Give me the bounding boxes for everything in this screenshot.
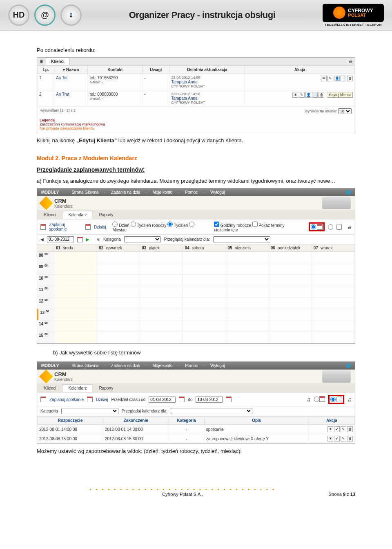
table-row[interactable]: 2 An Trat tel.: 000000000e-mail: - - 23-… [38,90,355,107]
calendar-cell[interactable] [312,332,355,343]
table-row[interactable]: 1 An Tat tel.: 791656290e-mail: - - 23-0… [38,74,355,90]
calendar-cell[interactable] [183,252,226,263]
calendar-cell[interactable] [312,286,355,297]
view-cal-radio[interactable] [314,397,319,402]
calendar-cell[interactable] [140,263,183,274]
menu-zd[interactable]: Zadania na dziś [111,363,140,368]
dzisiaj-link[interactable]: Dzisiaj [96,397,108,402]
calendar-cell[interactable] [312,275,355,286]
col-opis[interactable]: Opis [204,417,309,425]
menu-mk[interactable]: Moje konto [152,190,172,195]
calendar-cell[interactable] [226,275,269,286]
expand-icon[interactable]: ▣ [37,58,46,65]
date-to-input[interactable] [196,397,223,403]
view-icon[interactable]: 👁 [327,426,333,432]
calendar-cell[interactable] [140,298,183,309]
day-header[interactable]: 02czwartek [97,244,140,252]
calendar-cell[interactable] [54,286,97,297]
calendar-cell[interactable] [269,286,312,297]
day-header[interactable]: 03piątek [140,244,183,252]
menu-moduly[interactable]: MODUŁY [41,190,59,195]
calendar-cell[interactable] [97,252,140,263]
view-icon[interactable]: 👁 [327,436,333,441]
table-row[interactable]: 2012-08-08 15:00:002012-08-08 15:30:00-z… [38,434,355,444]
date-input[interactable] [47,236,74,242]
date-from-input[interactable] [149,397,176,403]
calendar-cell[interactable] [183,275,226,286]
complete-icon[interactable]: ✔ [334,436,340,441]
calendar-cell[interactable] [54,309,97,320]
calendar-cell[interactable] [183,332,226,343]
calendar-cell[interactable] [183,286,226,297]
col-rozpoczecie[interactable]: Rozpoczęcie [38,417,103,425]
calendar-cell[interactable] [226,286,269,297]
calendar-cell[interactable] [140,252,183,263]
kategoria-select[interactable] [124,236,161,242]
dzisiaj-link[interactable]: Dzisiaj [94,225,106,229]
calendar-cell[interactable] [97,263,140,274]
print-icon[interactable]: 🖨 [96,237,100,242]
user-icon[interactable]: 👤 [305,92,311,98]
tab-klienci[interactable]: Klienci [39,211,61,219]
print-icon[interactable]: 🖨 [307,397,311,402]
edit-icon[interactable]: ✎ [341,426,346,432]
next-arrow-icon[interactable]: ▶ [86,237,89,242]
day-header[interactable]: 06poniedziałek [269,244,312,252]
col-uwagi[interactable]: Uwagi [143,66,169,74]
tab-kalendarz[interactable]: Kalendarz [63,384,92,392]
delete-icon[interactable]: 🗑 [347,76,353,81]
print-icon[interactable]: 🖨 [347,225,352,229]
calendar-cell[interactable] [97,275,140,286]
calendar-picker-icon[interactable] [226,397,232,402]
day-header[interactable]: 04sobota [183,244,226,252]
note-icon[interactable]: 📄 [312,92,318,98]
print-icon[interactable]: 🖨 [346,58,355,65]
view-icon[interactable]: 👁 [292,92,298,98]
przegladaj-select[interactable] [171,408,252,414]
calendar-cell[interactable] [140,332,183,343]
col-kontakt[interactable]: Kontakt [88,66,143,74]
chk-pokaz[interactable] [252,222,258,227]
calendar-cell[interactable] [269,252,312,263]
menu-moduly[interactable]: MODUŁY [41,363,59,368]
tab-raporty[interactable]: Raporty [94,384,119,392]
calendar-view-icon[interactable] [319,396,325,402]
calendar-cell[interactable] [140,286,183,297]
radio-dzien[interactable] [112,222,118,227]
calendar-cell[interactable] [312,298,355,309]
menu-pm[interactable]: Pomoc [185,190,198,195]
prev-arrow-icon[interactable]: ◀ [40,237,44,242]
calendar-cell[interactable] [269,309,312,320]
calendar-cell[interactable] [97,298,140,309]
delete-icon[interactable]: 🗑 [318,92,324,98]
zaplanuj-link[interactable]: Zaplanuj spotkanie [49,222,82,231]
col-nazwa[interactable]: ▾ Nazwa [54,66,88,74]
calendar-cell[interactable] [226,309,269,320]
kategoria-select[interactable] [61,408,118,414]
calendar-cell[interactable] [97,320,140,332]
view-list-radio[interactable] [328,224,333,230]
col-kategoria[interactable]: Kategoria [169,417,204,425]
col-zakonczenie[interactable]: Zakończenie [103,417,169,425]
calendar-cell[interactable] [312,263,355,274]
calendar-cell[interactable] [183,298,226,309]
calendar-cell[interactable] [226,332,269,343]
calendar-cell[interactable] [54,275,97,286]
view-list-radio[interactable] [330,397,336,402]
menu-sg[interactable]: Strona Główna [71,190,98,195]
edit-icon[interactable]: ✎ [327,76,333,81]
delete-icon[interactable]: 🗑 [347,436,353,441]
calendar-picker-icon[interactable] [179,397,185,402]
table-row[interactable]: 2012-08-01 14:00:002012-08-01 14:30:00-s… [38,425,355,434]
edit-icon[interactable]: ✎ [341,436,346,441]
calendar-cell[interactable] [183,309,226,320]
chk-godziny[interactable] [214,222,219,227]
przegladaj-select[interactable] [213,236,270,242]
tab-raporty[interactable]: Raporty [94,211,119,219]
menu-zd[interactable]: Zadania na dziś [111,190,140,195]
calendar-cell[interactable] [97,309,140,320]
list-view-icon[interactable] [336,397,342,402]
calendar-cell[interactable] [269,275,312,286]
calendar-view-icon[interactable] [317,224,323,230]
calendar-cell[interactable] [97,332,140,343]
